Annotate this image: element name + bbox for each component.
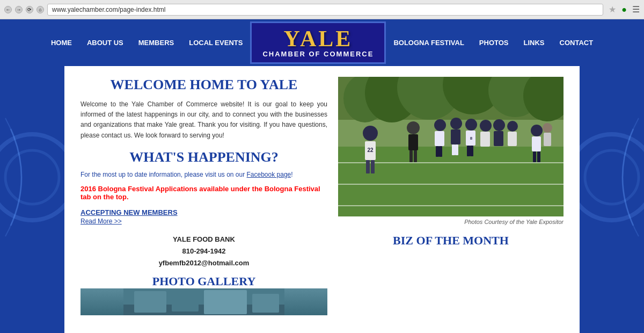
- svg-rect-6: [134, 291, 166, 313]
- svg-rect-43: [508, 132, 517, 146]
- browser-chrome: ← → ⟳ ⌂ www.yalechamber.com/page-index.h…: [0, 0, 644, 19]
- svg-rect-46: [452, 144, 455, 155]
- svg-text:22: 22: [367, 147, 374, 153]
- nav-right: BOLOGNA FESTIVAL PHOTOS LINKS CONTACT: [386, 27, 601, 59]
- svg-point-38: [480, 120, 492, 132]
- svg-point-3: [585, 150, 639, 204]
- svg-point-42: [507, 121, 518, 132]
- food-bank-phone: 810-294-1942: [80, 245, 327, 257]
- main-content: WELCOME HOME TO YALE Welcome to the Yale…: [64, 66, 580, 333]
- facebook-link[interactable]: Facebook page: [247, 171, 291, 178]
- page-background: HOME ABOUT US MEMBERS LOCAL EVENTS YALE …: [0, 19, 644, 333]
- home-button[interactable]: ⌂: [36, 6, 44, 13]
- svg-point-22: [363, 126, 378, 141]
- bottom-section: PHOTO GALLERY: [80, 274, 327, 315]
- svg-point-0: [0, 134, 64, 220]
- nav-home[interactable]: HOME: [43, 27, 79, 59]
- svg-rect-51: [532, 136, 541, 151]
- deco-left: [0, 19, 64, 333]
- menu-icon[interactable]: ☰: [632, 4, 640, 15]
- svg-point-54: [543, 123, 552, 133]
- deco-right: [580, 19, 644, 333]
- svg-rect-9: [252, 294, 279, 313]
- whats-happening-title: WHAT'S HAPPENING?: [80, 149, 327, 165]
- content-right: 22: [338, 77, 564, 324]
- welcome-text: Welcome to the Yale Chamber of Commerce …: [80, 99, 327, 141]
- url-bar[interactable]: www.yalechamber.com/page-index.html: [47, 4, 603, 16]
- svg-rect-28: [408, 134, 418, 150]
- photo-gallery-section: PHOTO GALLERY: [80, 274, 327, 315]
- svg-rect-39: [480, 132, 490, 147]
- svg-rect-47: [455, 144, 458, 155]
- back-button[interactable]: ←: [4, 6, 12, 13]
- nav-photos[interactable]: PHOTOS: [472, 27, 516, 59]
- svg-point-35: [465, 119, 477, 131]
- svg-point-2: [580, 134, 644, 220]
- url-text: www.yalechamber.com/page-index.html: [52, 6, 165, 13]
- svg-point-50: [531, 125, 543, 136]
- nav-members[interactable]: MEMBERS: [131, 27, 181, 59]
- svg-rect-29: [409, 150, 413, 162]
- nav-links[interactable]: LINKS: [516, 27, 552, 59]
- reload-button[interactable]: ⟳: [26, 6, 33, 13]
- svg-rect-26: [371, 160, 375, 173]
- nav-left: HOME ABOUT US MEMBERS LOCAL EVENTS: [43, 27, 251, 59]
- svg-rect-25: [366, 160, 370, 173]
- svg-rect-30: [414, 150, 417, 162]
- svg-text:8: 8: [470, 136, 473, 141]
- svg-rect-32: [435, 131, 444, 146]
- nav-bologna[interactable]: BOLOGNA FESTIVAL: [386, 27, 471, 59]
- accepting-members-link[interactable]: ACCEPTING NEW MEMBERS: [80, 208, 327, 216]
- svg-point-27: [407, 121, 420, 134]
- bologna-notice: 2016 Bologna Festival Applications avail…: [80, 185, 327, 201]
- content-left: WELCOME HOME TO YALE Welcome to the Yale…: [80, 77, 327, 324]
- svg-rect-53: [537, 151, 540, 162]
- football-photo: 22: [338, 77, 564, 216]
- svg-point-1: [5, 150, 59, 204]
- svg-rect-44: [436, 146, 439, 157]
- logo-subtitle: CHAMBER OF COMMERCE: [262, 50, 374, 58]
- bookmark-icon[interactable]: ★: [609, 4, 616, 15]
- svg-rect-55: [544, 133, 551, 146]
- nav-contact[interactable]: CONTACT: [552, 27, 601, 59]
- svg-rect-49: [470, 146, 473, 156]
- svg-point-40: [493, 119, 505, 131]
- read-more-link[interactable]: Read More >>: [80, 218, 327, 225]
- svg-rect-45: [439, 146, 442, 157]
- extension-icon[interactable]: ●: [621, 5, 627, 15]
- biz-of-month-title: BIZ OF THE MONTH: [338, 234, 564, 248]
- header-nav: HOME ABOUT US MEMBERS LOCAL EVENTS YALE …: [0, 19, 644, 66]
- logo-yale-text: YALE: [262, 27, 374, 50]
- svg-rect-41: [494, 131, 503, 146]
- site-logo[interactable]: YALE CHAMBER OF COMMERCE: [250, 21, 386, 64]
- nav-local-events[interactable]: LOCAL EVENTS: [181, 27, 250, 59]
- welcome-title: WELCOME HOME TO YALE: [80, 77, 327, 93]
- svg-point-33: [450, 118, 462, 129]
- food-bank-name: YALE FOOD BANK: [80, 234, 327, 245]
- food-bank-email: yfbemfb2012@hotmail.com: [80, 257, 327, 269]
- facebook-text: For the most up to date information, ple…: [80, 171, 327, 178]
- photo-gallery-title: PHOTO GALLERY: [80, 274, 327, 288]
- svg-rect-7: [172, 293, 199, 312]
- forward-button[interactable]: →: [15, 6, 23, 13]
- photo-gallery-image: [80, 288, 327, 315]
- svg-rect-48: [467, 146, 470, 156]
- svg-rect-34: [451, 129, 460, 144]
- photo-caption: Photos Courtesy of the Yale Expositor: [338, 219, 564, 225]
- food-bank-info: YALE FOOD BANK 810-294-1942 yfbemfb2012@…: [80, 234, 327, 269]
- svg-rect-52: [533, 151, 536, 162]
- svg-point-31: [434, 119, 446, 131]
- svg-rect-8: [204, 290, 247, 314]
- nav-about[interactable]: ABOUT US: [79, 27, 131, 59]
